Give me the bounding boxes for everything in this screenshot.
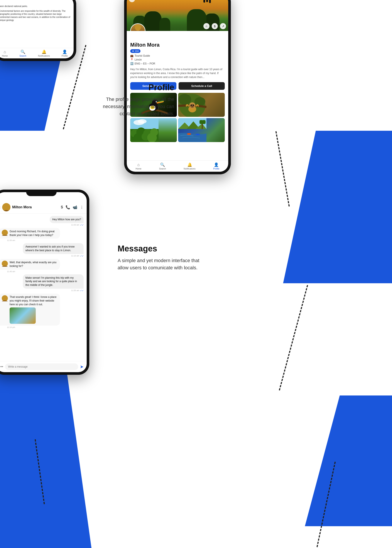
photo-jungle-aerial[interactable]: [130, 118, 177, 142]
photo-river[interactable]: [178, 118, 225, 142]
dashed-line-2: [275, 131, 290, 206]
message-2: Good morning Richard, I'm doing great th…: [0, 228, 84, 242]
profile-back-button[interactable]: ‹: [129, 0, 135, 2]
nav-profile[interactable]: 👤 Profile: [62, 50, 68, 57]
bubble-left-2: Good morning Richard, I'm doing great th…: [0, 228, 60, 239]
person-icon-p2: 👤: [214, 162, 219, 167]
phone-messages: ‹ Milton Mora $ 📞 📹 ⋮: [0, 190, 89, 375]
bookmark-icon[interactable]: ☆: [203, 23, 210, 29]
svg-point-14: [193, 105, 194, 106]
svg-point-32: [196, 134, 200, 135]
profile-menu-dots[interactable]: •••: [222, 0, 226, 1]
bubble-right-1: Hey Milton how are you?: [50, 216, 84, 223]
profile-name: Milton Mora: [130, 42, 225, 48]
attachment-icon[interactable]: •••: [0, 364, 3, 369]
svg-point-36: [3, 230, 6, 233]
nav-notifications[interactable]: 🔔 Notifications: [38, 50, 50, 57]
message-input[interactable]: [5, 363, 78, 370]
nav-home[interactable]: ⌂ Home: [2, 50, 8, 57]
profile-section-title: Profile: [91, 83, 174, 92]
bubble-right-3: Awesome! I wanted to ask you if you know…: [23, 243, 84, 254]
briefcase-icon: 💼: [130, 54, 133, 57]
messages-section-desc: A simple and yet modern interface that a…: [118, 257, 200, 271]
msg-text-6: That sounds great! I think I know a plac…: [10, 295, 56, 306]
dashed-line-3: [279, 285, 308, 391]
home-icon-p2: ⌂: [137, 163, 140, 167]
message-4: Well, that depends, what exactly are you…: [0, 259, 84, 273]
search-icon: 🔍: [21, 50, 25, 54]
nav-home-p2[interactable]: ⌂ Home: [136, 163, 141, 170]
phone-notch-3: [26, 190, 57, 196]
nav-home-label: Home: [2, 55, 8, 57]
role-text: Tourist Guide: [135, 54, 150, 57]
location-icon: 📍: [130, 58, 133, 61]
msg-image-6: [10, 307, 36, 324]
nav-search[interactable]: 🔍 Search: [19, 50, 26, 57]
more-options-icon[interactable]: ⋮: [80, 205, 84, 210]
bubble-left-4: Well, that depends, what exactly are you…: [0, 259, 60, 270]
svg-point-37: [3, 261, 6, 264]
dollar-icon[interactable]: $: [212, 23, 218, 29]
languages-text: ENG – ES – POR: [135, 62, 155, 65]
dollar-circle-icon[interactable]: $: [61, 205, 63, 209]
msg-back-button[interactable]: ‹: [0, 205, 0, 210]
svg-point-38: [3, 296, 6, 299]
rating-badge: ★ 200: [130, 49, 140, 53]
star-icon: ★: [132, 50, 134, 52]
read-check-1: ✓✓: [80, 224, 84, 226]
language-icon: 🔤: [130, 62, 133, 65]
message-3: Awesome! I wanted to ask you if you know…: [0, 243, 84, 257]
bubble-left-6: That sounds great! I think I know a plac…: [0, 293, 60, 326]
nav-notifications-p2[interactable]: 🔔 Notifications: [184, 162, 195, 170]
svg-point-19: [138, 119, 147, 124]
nav-profile-p2[interactable]: 👤 Profile: [213, 162, 219, 170]
msg-text-3: Awesome! I wanted to ask you if you know…: [26, 245, 75, 252]
schedule-call-button[interactable]: Schedule a Call: [179, 82, 225, 90]
profile-languages: 🔤 ENG – ES – POR: [130, 62, 225, 65]
nav-notifications-label: Notifications: [38, 55, 50, 57]
messages-list: Hey Milton how are you? 11:00 am ✓✓ Good…: [0, 214, 87, 361]
message-6: That sounds great! I think I know a plac…: [0, 293, 84, 328]
profile-section-desc: The profile page provides all the necess…: [91, 96, 174, 117]
svg-point-13: [190, 105, 192, 106]
msg-text-4: Well, that depends, what exactly are you…: [10, 261, 57, 268]
home-icon: ⌂: [4, 50, 6, 54]
message-input-bar: ••• ➤: [0, 361, 87, 372]
video-icon[interactable]: 📹: [73, 205, 77, 210]
msg-time-1: 11:00 am ✓✓: [71, 224, 84, 226]
nav-notifications-label-p2: Notifications: [184, 168, 195, 170]
messages-section-title: Messages: [118, 244, 200, 253]
profile-rating-row: ★ 200: [130, 49, 225, 53]
bg-shape-bottom-right: [305, 395, 392, 526]
nav-home-label-p2: Home: [136, 168, 141, 170]
send-button[interactable]: ➤: [80, 364, 84, 369]
msg-text-1: Hey Milton how are you?: [52, 218, 81, 221]
msg-time-2: 11:05 am: [7, 239, 15, 242]
search-icon-p2: 🔍: [160, 162, 165, 167]
profile-text-section: Profile The profile page provides all th…: [91, 83, 174, 117]
nav-search-label-p2: Search: [159, 168, 166, 170]
photo-sloth[interactable]: [178, 93, 225, 117]
profile-actions-top: ☆ $ ↗: [203, 23, 226, 29]
msg-avatar-6: [2, 295, 8, 301]
profile-hero-image: ‹ ••• ☆ $ ↗: [127, 0, 228, 31]
svg-point-31: [187, 133, 191, 135]
msg-text-2: Good morning Richard, I'm doing great th…: [10, 230, 57, 237]
svg-point-0: [135, 25, 141, 30]
svg-point-35: [4, 204, 8, 208]
msg-avatar-4: [2, 261, 8, 267]
phone-icon[interactable]: 📞: [66, 205, 70, 210]
nav-bar-phone1: ⌂ Home 🔍 Search 🔔 Notifications 👤 Profil…: [0, 48, 74, 58]
messages-text-section: Messages A simple and yet modern interfa…: [118, 244, 200, 271]
profile-description: Hey I'm Milton, from Limon, Costa Rica. …: [130, 67, 225, 79]
msg-avatar-2: [2, 230, 8, 236]
message-1: Hey Milton how are you? 11:00 am ✓✓: [0, 216, 84, 226]
nav-search-p2[interactable]: 🔍 Search: [159, 162, 166, 170]
msg-time-6: 12:10 pm: [7, 326, 15, 328]
svg-point-24: [133, 133, 142, 142]
article-text-1: been declared national parks.: [0, 5, 70, 8]
share-icon[interactable]: ↗: [220, 23, 226, 29]
svg-point-26: [147, 133, 157, 142]
svg-point-12: [190, 104, 195, 108]
profile-location: 📍 Limón: [130, 58, 225, 61]
